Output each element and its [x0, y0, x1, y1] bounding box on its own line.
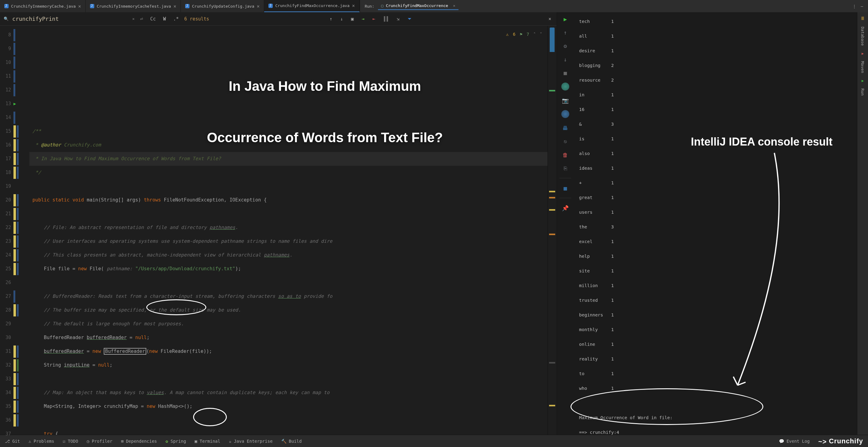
- code-line[interactable]: Map<String, Integer> crunchifyMap = new …: [32, 400, 548, 413]
- avatar-icon[interactable]: [561, 110, 569, 118]
- status-item-spring[interactable]: ✿ Spring: [165, 439, 186, 444]
- database-tool[interactable]: Database: [860, 27, 865, 46]
- status-item-build[interactable]: 🔨 Build: [281, 439, 302, 444]
- gutter-mark: [13, 152, 29, 166]
- run-tool[interactable]: Run: [860, 89, 865, 95]
- pin-icon[interactable]: 📌: [562, 204, 569, 212]
- inspection-indicators[interactable]: ⚠6 ⚑7 ˄ ˅: [506, 28, 542, 41]
- code-line[interactable]: */: [32, 166, 548, 179]
- warning-icon[interactable]: ⚠: [506, 28, 508, 41]
- right-gutter[interactable]: [548, 26, 557, 435]
- run-config-tab[interactable]: ▢ CrunchifyFindMaxOccurrence ×: [378, 2, 459, 10]
- rerun-icon[interactable]: ▶: [562, 15, 569, 23]
- clear-search-icon[interactable]: ×: [132, 16, 135, 21]
- camera-icon[interactable]: 📷: [562, 97, 569, 104]
- enter-icon[interactable]: ⏎: [138, 15, 145, 22]
- code-line[interactable]: [32, 207, 548, 221]
- code-line[interactable]: bufferedReader = new BufferedReader(new …: [32, 345, 548, 358]
- close-icon[interactable]: ×: [453, 3, 456, 8]
- tab-inmemory-cache[interactable]: CrunchifyInmemoryCache.java ×: [0, 0, 86, 12]
- code-line[interactable]: // Map: An object that maps keys to valu…: [32, 386, 548, 400]
- code-line[interactable]: // This class presents an abstract, mach…: [32, 248, 548, 262]
- console-output[interactable]: tech 1 all 1 desire 1 blogging 2 resourc…: [574, 12, 857, 435]
- line-number: 30: [0, 331, 11, 345]
- code-line[interactable]: // File: An abstract representation of f…: [32, 221, 548, 235]
- delete-icon[interactable]: 🗑: [562, 151, 569, 159]
- code-line[interactable]: /**: [32, 125, 548, 138]
- status-item-dependencies[interactable]: ⊞ Dependencies: [121, 439, 157, 444]
- close-findbar-icon[interactable]: ×: [547, 15, 553, 22]
- database-icon[interactable]: ≣: [861, 15, 864, 21]
- status-item-todo[interactable]: ☑ TODO: [63, 439, 78, 444]
- status-item-profiler[interactable]: ◷ Profiler: [87, 439, 112, 444]
- print-icon[interactable]: 🖶: [562, 124, 569, 132]
- stop-icon[interactable]: ■: [562, 69, 569, 76]
- up-icon[interactable]: ↑: [562, 29, 569, 36]
- regex-button[interactable]: .*: [172, 15, 181, 22]
- status-item-terminal[interactable]: ▣ Terminal: [195, 439, 220, 444]
- scrollbar-thumb[interactable]: [550, 28, 555, 89]
- next-match-icon[interactable]: ↓: [339, 15, 345, 22]
- maven-icon[interactable]: ▶: [862, 51, 864, 56]
- code-line[interactable]: try {: [32, 427, 548, 435]
- down-icon[interactable]: ˅: [540, 28, 542, 41]
- gutter-mark: [13, 427, 29, 441]
- code-line[interactable]: // The default is large enough for most …: [32, 317, 548, 331]
- status-item-java enterprise[interactable]: ☕ Java Enterprise: [229, 439, 273, 444]
- run-icon[interactable]: ▶: [862, 78, 864, 83]
- code-line[interactable]: [32, 276, 548, 289]
- gutter-mark: [13, 400, 29, 413]
- code-line[interactable]: [32, 179, 548, 193]
- code-line[interactable]: // BufferedReader: Reads text from a cha…: [32, 289, 548, 303]
- close-icon[interactable]: ×: [174, 3, 177, 9]
- avatar-icon[interactable]: [561, 82, 569, 91]
- line-number: 17: [0, 152, 11, 166]
- line-number: 31: [0, 345, 11, 358]
- search-icon[interactable]: 🔍: [4, 16, 8, 21]
- prev-match-icon[interactable]: ↑: [328, 15, 334, 22]
- remove-selection-icon[interactable]: ⇤: [371, 15, 377, 22]
- exit-icon[interactable]: ⎘: [562, 165, 569, 172]
- tab-update-config[interactable]: CrunchifyUpdateConfig.java ×: [181, 0, 264, 12]
- export-icon[interactable]: ⇲: [395, 15, 401, 22]
- settings-icon[interactable]: ⚙: [562, 42, 569, 49]
- code-line[interactable]: * @author Crunchify.com: [32, 138, 548, 152]
- code-line[interactable]: public static void main(String[] args) t…: [32, 193, 548, 207]
- tab-inmemory-cache-test[interactable]: CrunchifyInmemoryCacheTest.java ×: [86, 0, 181, 12]
- code-line[interactable]: String inputLine = null;: [32, 358, 548, 372]
- add-selection-icon[interactable]: ⇥: [360, 15, 366, 22]
- editor[interactable]: 8910111213141516171819202122232425262728…: [0, 26, 557, 435]
- code-line[interactable]: File file = new File( pathname: "/Users/…: [32, 262, 548, 276]
- code-line[interactable]: [32, 372, 548, 386]
- close-icon[interactable]: ×: [257, 3, 260, 9]
- search-input[interactable]: crunchifyPrint: [12, 15, 128, 22]
- weak-warning-icon[interactable]: ⚑: [520, 28, 522, 41]
- close-icon[interactable]: ×: [78, 3, 81, 9]
- code-line[interactable]: // User interfaces and operating systems…: [32, 235, 548, 248]
- up-icon[interactable]: ˄: [533, 28, 536, 41]
- close-icon[interactable]: ×: [352, 3, 355, 8]
- more-icon[interactable]: ⋮: [852, 4, 857, 8]
- gutter-mark: [13, 42, 29, 56]
- code-line[interactable]: BufferedReader bufferedReader = null;: [32, 331, 548, 345]
- gutter-mark: [13, 207, 29, 221]
- gutter-mark: [13, 28, 29, 42]
- down-icon[interactable]: ↓: [562, 56, 569, 63]
- code-area[interactable]: ⚠6 ⚑7 ˄ ˅ In Java How to Find Maximum Oc…: [29, 26, 548, 435]
- words-button[interactable]: W: [161, 15, 168, 22]
- status-item-problems[interactable]: ⚠ Problems: [28, 439, 54, 444]
- maven-tool[interactable]: Maven: [860, 61, 865, 73]
- match-case-button[interactable]: Cc: [149, 15, 158, 22]
- select-all-icon[interactable]: ▣: [349, 15, 355, 22]
- attach-icon[interactable]: ⎋: [562, 138, 569, 145]
- run-toolbar: ▶ ↑ ⚙ ↓ ■ 📷 🖶 ⎋ 🗑 ⎘ ▦ 📌: [557, 12, 574, 435]
- code-line[interactable]: * In Java How to Find Maximum Occurrence…: [32, 152, 548, 166]
- layout-icon[interactable]: ▦: [562, 184, 569, 192]
- code-line[interactable]: [32, 413, 548, 427]
- tab-find-max-occurrence[interactable]: CrunchifyFindMaxOccurrence.java ×: [264, 0, 359, 12]
- minimize-icon[interactable]: —: [861, 4, 863, 8]
- filter-icon[interactable]: ⏷: [406, 15, 414, 22]
- code-line[interactable]: // The buffer size may be specified, or …: [32, 303, 548, 317]
- run-header: Run: ▢ CrunchifyFindMaxOccurrence × ⋮ —: [360, 0, 868, 12]
- select-occurrences-icon[interactable]: ║║: [381, 15, 391, 22]
